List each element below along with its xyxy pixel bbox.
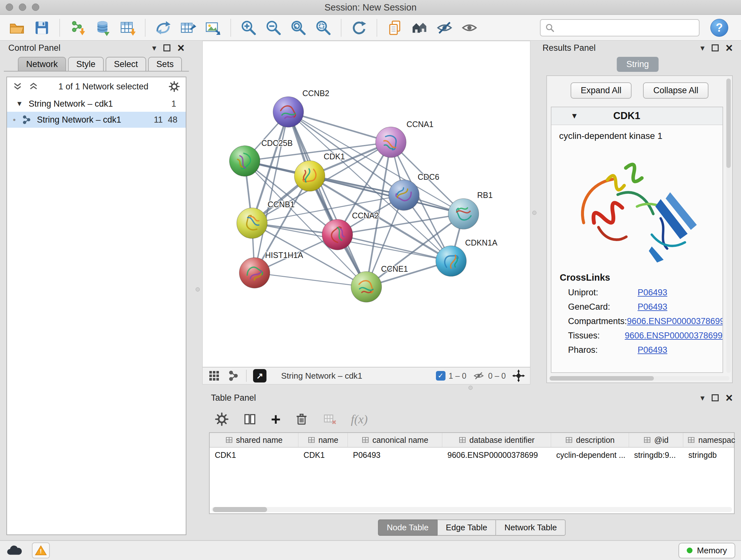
splitter-handle[interactable] [532, 211, 536, 215]
network-edge-HIST1H1A-CCNE1[interactable] [255, 273, 366, 287]
table-cell[interactable]: CDK1 [298, 450, 348, 460]
column-header[interactable]: description [551, 433, 629, 447]
column-header[interactable]: shared name [210, 433, 298, 447]
network-canvas[interactable]: CCNB2CCNA1CDC25BCDK1CDC6RB1CCNB1CCNA2CDK… [202, 41, 530, 367]
tree-caret-icon[interactable]: ▼ [16, 100, 23, 108]
show-all-button[interactable] [460, 18, 479, 37]
network-graph[interactable]: CCNB2CCNA1CDC25BCDK1CDC6RB1CCNB1CCNA2CDK… [203, 41, 530, 367]
minimize-window-button[interactable] [19, 3, 26, 11]
memory-button[interactable]: Memory [678, 543, 735, 558]
show-columns-button[interactable] [243, 412, 257, 426]
create-column-button[interactable]: + [271, 412, 280, 426]
gear-icon[interactable] [169, 81, 180, 92]
collapse-all-button[interactable]: Collapse All [643, 82, 709, 99]
network-node-CCNB2[interactable] [273, 97, 304, 127]
function-builder-button[interactable]: f(x) [351, 412, 367, 426]
zoom-in-button[interactable] [239, 18, 258, 37]
duplicate-document-button[interactable] [386, 18, 404, 37]
network-node-CDK1[interactable] [294, 161, 325, 191]
panel-float-icon[interactable] [163, 44, 171, 51]
results-vertical-scrollbar[interactable] [726, 78, 731, 373]
protein-card-header[interactable]: ▼ CDK1 [551, 107, 723, 125]
tab-network[interactable]: Network [18, 57, 66, 71]
network-overview-button[interactable] [227, 369, 240, 382]
network-node-RB1[interactable] [448, 199, 479, 229]
column-header[interactable]: namespac [683, 433, 739, 447]
scrollbar-thumb[interactable] [213, 507, 267, 512]
table-horizontal-scrollbar[interactable] [212, 507, 732, 512]
search-box[interactable] [540, 19, 699, 37]
birds-eye-view-button[interactable] [208, 369, 220, 382]
network-node-CDKN1A[interactable] [436, 246, 467, 276]
open-session-button[interactable] [8, 18, 26, 37]
import-network-database-button[interactable] [93, 18, 112, 37]
table-cell[interactable]: CDK1 [210, 450, 298, 460]
crosslink-link[interactable]: P06493 [637, 302, 667, 312]
search-input[interactable] [558, 23, 694, 33]
panel-close-icon[interactable]: × [178, 44, 185, 51]
network-node-CDC25B[interactable] [229, 145, 260, 176]
splitter-handle[interactable] [468, 386, 473, 390]
column-header[interactable]: @id [629, 433, 683, 447]
network-row-selected[interactable]: ● String Network – cdk1 11 48 [7, 112, 186, 128]
fit-content-button[interactable] [512, 369, 525, 382]
network-node-HIST1H1A[interactable] [239, 258, 270, 288]
tab-style[interactable]: Style [68, 57, 104, 71]
network-node-CCNA1[interactable] [376, 127, 406, 158]
save-session-button[interactable] [32, 18, 51, 37]
crosslink-link[interactable]: 9606.ENSP00000378699 [627, 316, 723, 326]
panel-close-icon[interactable]: × [726, 394, 733, 401]
table-row[interactable]: CDK1 CDK1 P06493 9606.ENSP00000378699 cy… [210, 448, 734, 462]
apply-layout-button[interactable] [350, 18, 368, 37]
detach-view-button[interactable]: ↗ [253, 369, 266, 382]
tab-select[interactable]: Select [106, 57, 146, 71]
tab-edge-table[interactable]: Edge Table [437, 519, 496, 536]
scrollbar-thumb[interactable] [726, 78, 731, 168]
crosslink-link[interactable]: 9606.ENSP00000378699 [625, 331, 723, 340]
panel-close-icon[interactable]: × [726, 44, 733, 51]
table-cell[interactable]: 9606.ENSP00000378699 [442, 450, 551, 460]
crosslink-link[interactable]: P06493 [637, 288, 667, 297]
collapse-caret-icon[interactable]: ▼ [570, 111, 578, 120]
zoom-out-button[interactable] [264, 18, 283, 37]
delete-column-button[interactable] [294, 412, 309, 426]
crosslink-link[interactable]: P06493 [637, 345, 667, 355]
maximize-window-button[interactable] [32, 3, 39, 11]
import-table-button[interactable] [118, 18, 137, 37]
tab-network-table[interactable]: Network Table [496, 519, 566, 536]
cloud-status-button[interactable] [6, 545, 23, 556]
help-button[interactable]: ? [711, 19, 728, 37]
network-edge-CCNB2-CCNE1[interactable] [288, 112, 366, 287]
column-header[interactable]: database identifier [442, 433, 551, 447]
tab-sets[interactable]: Sets [148, 57, 182, 71]
network-node-CCNA2[interactable] [322, 219, 353, 250]
delete-table-button[interactable] [323, 412, 337, 426]
table-cell[interactable]: stringdb:9... [629, 450, 683, 460]
network-node-CDC6[interactable] [389, 180, 419, 210]
zoom-fit-button[interactable] [289, 18, 308, 37]
warnings-button[interactable]: ! [32, 543, 50, 558]
export-network-button[interactable] [154, 18, 172, 37]
selected-checkbox-icon[interactable]: ✓ [436, 371, 446, 381]
panel-float-icon[interactable] [712, 44, 719, 51]
import-network-file-button[interactable] [68, 18, 87, 37]
splitter-handle[interactable] [196, 287, 200, 292]
results-horizontal-scrollbar[interactable] [549, 376, 730, 381]
panel-menu-icon[interactable]: ▾ [700, 393, 704, 403]
network-node-CCNE1[interactable] [351, 272, 382, 302]
panel-menu-icon[interactable]: ▾ [152, 43, 156, 53]
close-window-button[interactable] [6, 3, 13, 11]
column-header[interactable]: canonical name [348, 433, 442, 447]
network-edge-CCNB2-CCNA1[interactable] [288, 112, 391, 142]
export-image-button[interactable] [204, 18, 222, 37]
table-cell[interactable]: P06493 [348, 450, 442, 460]
table-cell[interactable]: cyclin-dependent ... [551, 450, 629, 460]
panel-menu-icon[interactable]: ▾ [700, 43, 704, 53]
panel-float-icon[interactable] [712, 394, 719, 401]
table-cell[interactable]: stringdb [683, 450, 739, 460]
export-table-button[interactable] [179, 18, 197, 37]
string-home-button[interactable] [410, 18, 429, 37]
expand-all-button[interactable]: Expand All [570, 82, 632, 99]
network-edge-CCNA2-CDKN1A[interactable] [337, 235, 451, 261]
hide-selected-button[interactable] [435, 18, 454, 37]
